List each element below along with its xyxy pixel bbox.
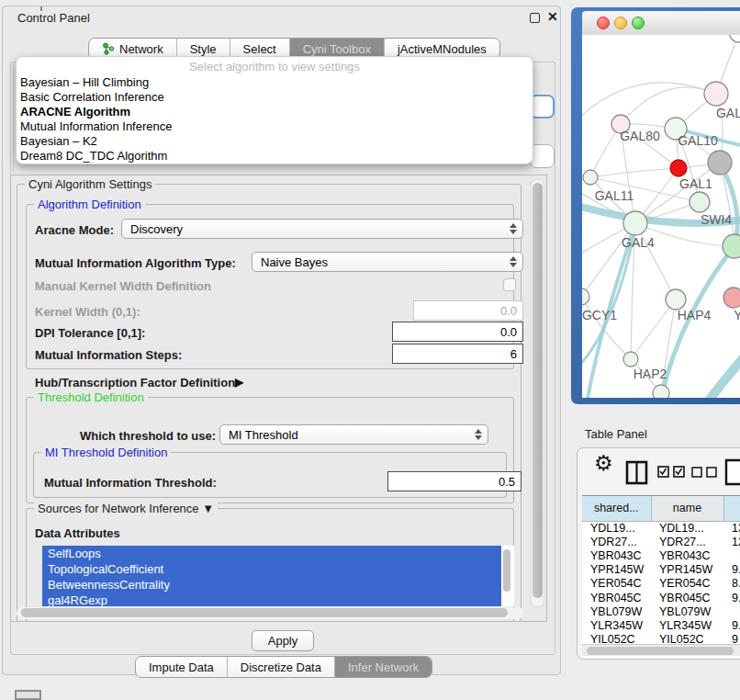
- dpi-tolerance-field[interactable]: 0.0: [392, 322, 523, 342]
- kernel-width-field[interactable]: 0.0: [413, 300, 523, 321]
- column-header[interactable]: [723, 496, 740, 521]
- table-row[interactable]: YDR27...YDR27...12: [582, 535, 740, 548]
- new-table-icon[interactable]: [724, 458, 740, 486]
- table-row[interactable]: YER054CYER054C8.: [582, 577, 740, 591]
- settings-scroll-viewport: Cyni Algorithm Settings Algorithm Defini…: [10, 175, 547, 622]
- window-minimize-button[interactable]: [614, 17, 627, 29]
- deselect-all-checkboxes-icon[interactable]: [691, 467, 719, 478]
- network-node-right-green[interactable]: [723, 234, 740, 258]
- network-window-titlebar[interactable]: [582, 11, 740, 35]
- attributes-scrollbar[interactable]: [502, 548, 512, 603]
- network-edge[interactable]: [590, 168, 678, 177]
- algorithm-option[interactable]: Mutual Information Inference: [17, 119, 533, 134]
- group-title: Sources for Network Inference ▼: [34, 502, 218, 515]
- algorithm-option[interactable]: Dream8 DC_TDC Algorithm: [17, 149, 533, 164]
- mi-steps-field[interactable]: 6: [392, 344, 523, 364]
- stepper-arrows-icon: [475, 429, 482, 440]
- network-node-gray-node[interactable]: [708, 151, 732, 175]
- node-label: HAP4: [678, 308, 712, 322]
- gear-icon[interactable]: ⚙: [594, 451, 613, 476]
- mi-threshold-field[interactable]: 0.5: [387, 471, 521, 491]
- application-root: Control Panel ✕ NetworkStyleSelectCyni T…: [0, 0, 740, 700]
- table-row[interactable]: YPR145WYPR145W9.: [582, 563, 740, 577]
- divider-tick: [40, 6, 42, 11]
- table-panel-title: Table Panel: [585, 427, 647, 441]
- attribute-item[interactable]: BetweennessCentrality: [42, 577, 501, 593]
- window-zoom-button[interactable]: [632, 17, 645, 29]
- network-node-gal11[interactable]: [583, 170, 598, 185]
- network-node-gal-pink-top[interactable]: [704, 82, 728, 106]
- expand-down-icon[interactable]: ▼: [202, 502, 214, 515]
- which-threshold-label: Which threshold to use:: [80, 429, 216, 443]
- expand-right-icon[interactable]: ▶: [235, 376, 243, 389]
- network-node-hap2[interactable]: [623, 352, 638, 367]
- table-row[interactable]: YBL079WYBL079W: [582, 604, 740, 618]
- table-horizontal-scrollbar[interactable]: [582, 644, 740, 656]
- table-grid: shared...name YDL19...YDL19...13YDR27...…: [582, 495, 740, 659]
- attribute-item[interactable]: TopologicalCoefficient: [42, 561, 501, 577]
- network-edge[interactable]: [582, 297, 631, 359]
- algorithm-option[interactable]: Bayesian – Hill Climbing: [17, 75, 533, 90]
- aracne-mode-combo[interactable]: Discovery: [121, 219, 523, 239]
- algorithm-placeholder: Select algorithm to view settings: [17, 59, 533, 75]
- hub-definition-label: Hub/Transcription Factor Definition: [35, 376, 235, 390]
- mi-steps-label: Mutual Information Steps:: [35, 348, 182, 362]
- window-close-button[interactable]: [597, 17, 610, 29]
- network-canvas[interactable]: GALGAL80GAL10GAL1GAL11SWI4GAL4GCY1HAP4YH…: [582, 35, 740, 398]
- kernel-width-label: Kernel Width (0,1):: [35, 305, 140, 319]
- node-label: SWI4: [701, 212, 732, 227]
- split-columns-icon[interactable]: [625, 460, 649, 485]
- aracne-mode-label: Aracne Mode:: [35, 223, 114, 237]
- table-row[interactable]: YBR043CYBR043C: [582, 548, 740, 562]
- float-panel-icon[interactable]: [530, 13, 540, 23]
- node-label: Y: [734, 308, 740, 322]
- tab-discretize-data[interactable]: Discretize Data: [227, 657, 334, 677]
- network-edge[interactable]: [631, 299, 676, 359]
- network-view-window: GALGAL80GAL10GAL1GAL11SWI4GAL4GCY1HAP4YH…: [571, 7, 740, 404]
- close-panel-icon[interactable]: ✕: [547, 9, 558, 24]
- algorithm-option[interactable]: Bayesian – K2: [17, 134, 533, 149]
- group-title: MI Threshold Definition: [41, 446, 171, 459]
- select-all-checkboxes-icon[interactable]: [657, 466, 687, 479]
- network-edge-highlighted[interactable]: [709, 351, 740, 398]
- network-node-bottom-green[interactable]: [653, 385, 669, 398]
- table-body: YDL19...YDL19...13YDR27...YDR27...12YBR0…: [582, 521, 740, 647]
- table-row[interactable]: YLR345WYLR345W9.: [582, 618, 740, 632]
- manual-kernel-checkbox[interactable]: [503, 278, 516, 291]
- network-node-salmon-node[interactable]: [723, 288, 740, 308]
- network-node-gcy1[interactable]: [582, 288, 589, 305]
- table-row[interactable]: YDL19...YDL19...13: [582, 521, 740, 535]
- dpi-tolerance-label: DPI Tolerance [0,1]:: [35, 326, 145, 340]
- settings-vertical-scrollbar[interactable]: [531, 179, 544, 607]
- node-label: GAL4: [622, 235, 655, 250]
- column-header[interactable]: name: [651, 496, 723, 521]
- mi-threshold-label: Mutual Information Threshold:: [44, 476, 217, 490]
- algorithm-option[interactable]: ARACNE Algorithm: [17, 105, 533, 119]
- table-header-row: shared...name: [582, 496, 740, 521]
- table-row[interactable]: YBR045CYBR045C9.: [582, 591, 740, 604]
- settings-horizontal-scrollbar[interactable]: [17, 607, 523, 619]
- which-threshold-combo[interactable]: MI Threshold: [219, 424, 488, 445]
- table-data-combo-fragment[interactable]: [530, 144, 555, 168]
- data-attributes-list: SelfLoopsTopologicalCoefficientBetweenne…: [42, 546, 514, 606]
- control-panel-titlebar: Control Panel ✕: [3, 6, 560, 28]
- mi-type-combo[interactable]: Naive Bayes: [252, 252, 523, 272]
- tab-impute-data[interactable]: Impute Data: [136, 657, 227, 677]
- inference-algorithm-combo-fragment[interactable]: [530, 95, 555, 119]
- node-label: GCY1: [582, 308, 617, 322]
- apply-button[interactable]: Apply: [252, 630, 314, 651]
- minimized-panel-icon[interactable]: [15, 690, 41, 700]
- algorithm-option[interactable]: Basic Correlation Inference: [17, 90, 533, 105]
- network-graph: GALGAL80GAL10GAL1GAL11SWI4GAL4GCY1HAP4YH…: [582, 35, 740, 398]
- network-node-hap4[interactable]: [666, 289, 686, 310]
- network-node-red-node[interactable]: [670, 160, 687, 176]
- network-icon: [102, 42, 115, 55]
- network-node-top-right[interactable]: [729, 35, 740, 42]
- attribute-item[interactable]: SelfLoops: [42, 546, 501, 561]
- network-node-gal4[interactable]: [623, 211, 647, 235]
- attribute-item[interactable]: gal4RGexp: [42, 593, 501, 606]
- tab-infer-network[interactable]: Infer Network: [334, 657, 432, 677]
- column-header[interactable]: shared...: [582, 496, 651, 521]
- cyni-bottom-tabbar: Impute DataDiscretize DataInfer Network: [135, 656, 432, 678]
- network-node-gal1[interactable]: [690, 192, 710, 212]
